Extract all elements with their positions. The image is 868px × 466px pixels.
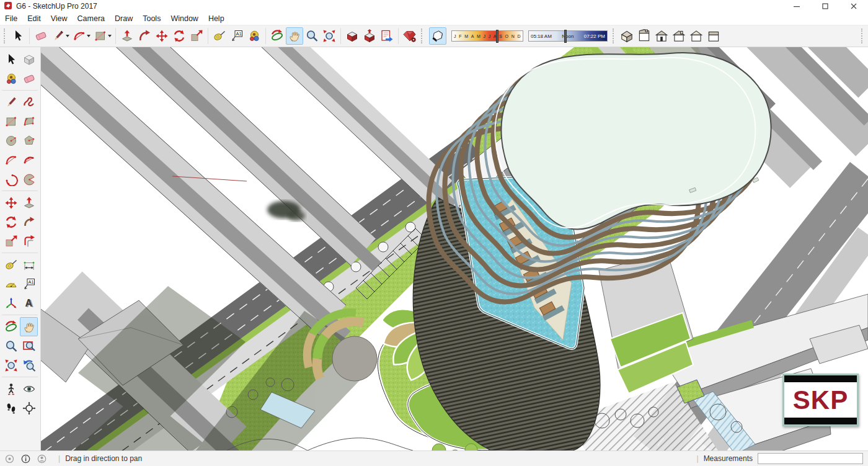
- sign-in-avatar-icon[interactable]: [37, 454, 46, 464]
- walk-tool-button[interactable]: [2, 398, 20, 418]
- eraser-tool-button[interactable]: [20, 69, 38, 88]
- shadows-toggle-button[interactable]: [429, 27, 446, 45]
- follow-me-tool-button[interactable]: [20, 212, 38, 231]
- menu-camera[interactable]: Camera: [73, 13, 110, 24]
- menu-tools[interactable]: Tools: [138, 13, 166, 24]
- measurements-input[interactable]: [758, 453, 863, 464]
- push-pull-tool-button[interactable]: [118, 27, 136, 45]
- menu-help[interactable]: Help: [203, 13, 229, 24]
- protractor-tool-button[interactable]: [2, 274, 20, 293]
- push-pull-tool-button[interactable]: [20, 193, 38, 212]
- view-right-button[interactable]: [670, 27, 688, 45]
- share-model-button[interactable]: [361, 27, 378, 45]
- shadow-time-slider[interactable]: 05:18 AM Noon 07:22 PM: [528, 30, 608, 42]
- shadow-time-labels: 05:18 AM Noon 07:22 PM: [529, 31, 607, 41]
- zoom-extents-tool-button[interactable]: [2, 356, 20, 375]
- look-around-eye-icon: [22, 382, 36, 396]
- shadow-date-slider[interactable]: JFMAMJJASOND: [451, 30, 523, 42]
- two-point-arc-icon: [22, 153, 36, 167]
- rotated-rectangle-tool-button[interactable]: [20, 112, 38, 131]
- send-to-layout-button[interactable]: [378, 27, 396, 45]
- move-tool-button[interactable]: [153, 27, 170, 45]
- paint-bucket-tool-button[interactable]: [2, 69, 20, 88]
- view-top-button[interactable]: [636, 27, 653, 45]
- text-tool-button[interactable]: A1: [20, 274, 38, 293]
- status-bar: | Drag in direction to pan | Measurement…: [0, 450, 868, 466]
- toolbar-grip[interactable]: [4, 29, 7, 43]
- pie-tool-button[interactable]: [20, 169, 38, 189]
- arc-dropdown-caret[interactable]: [87, 35, 91, 37]
- eraser-tool-button[interactable]: [32, 27, 50, 45]
- rectangle-tool-button[interactable]: [2, 112, 20, 131]
- offset-tool-button[interactable]: [20, 231, 38, 251]
- close-button[interactable]: [839, 0, 868, 12]
- line-dropdown-caret[interactable]: [66, 35, 69, 37]
- toolbar-grip[interactable]: [421, 29, 424, 43]
- axes-tool-button[interactable]: [2, 293, 20, 313]
- two-point-arc-tool-button[interactable]: [20, 150, 38, 169]
- shape-dropdown-caret[interactable]: [108, 35, 112, 37]
- circle-tool-button[interactable]: [2, 131, 20, 150]
- rotate-tool-button[interactable]: [170, 27, 188, 45]
- rectangle-icon: [4, 115, 18, 128]
- paint-bucket-tool-button[interactable]: [246, 27, 263, 45]
- select-tool-button[interactable]: [2, 50, 20, 69]
- maximize-button[interactable]: [811, 0, 839, 12]
- line-tool-button[interactable]: [2, 92, 20, 112]
- look-around-tool-button[interactable]: [20, 379, 38, 398]
- dimension-tool-button[interactable]: [20, 255, 38, 274]
- view-back-button[interactable]: [688, 27, 705, 45]
- 3d-text-tool-button[interactable]: AA: [20, 293, 38, 313]
- freehand-tool-button[interactable]: [20, 92, 38, 112]
- tape-measure-tool-button[interactable]: [2, 255, 20, 274]
- rectangle-tool-button[interactable]: [92, 27, 109, 45]
- three-point-arc-tool-button[interactable]: [2, 169, 20, 189]
- toolbar-grip[interactable]: [613, 29, 616, 43]
- menu-file[interactable]: File: [0, 13, 22, 24]
- view-left-button[interactable]: [705, 27, 722, 45]
- axes-icon: [4, 297, 18, 310]
- zoom-tool-button[interactable]: [2, 336, 20, 356]
- select-tool-button[interactable]: [9, 27, 27, 45]
- orbit-tool-button[interactable]: [2, 317, 20, 336]
- warehouse-cube-icon: [345, 29, 359, 43]
- menu-draw[interactable]: Draw: [110, 13, 138, 24]
- position-camera-tool-button[interactable]: [2, 379, 20, 398]
- polygon-tool-button[interactable]: [20, 131, 38, 150]
- push-pull-icon: [22, 196, 36, 210]
- time-slider-handle[interactable]: [564, 30, 567, 43]
- geolocation-icon[interactable]: [5, 454, 14, 464]
- red-gem-icon: [403, 29, 417, 43]
- line-tool-button[interactable]: [50, 27, 67, 45]
- viewport-canvas[interactable]: SKP: [41, 47, 868, 450]
- zoom-tool-button[interactable]: [303, 27, 321, 45]
- follow-me-tool-button[interactable]: [136, 27, 153, 45]
- arc-tool-button[interactable]: [71, 27, 88, 45]
- tape-measure-tool-button[interactable]: [211, 27, 228, 45]
- menu-edit[interactable]: Edit: [22, 13, 46, 24]
- view-iso-button[interactable]: [618, 27, 636, 45]
- menu-window[interactable]: Window: [166, 13, 203, 24]
- make-component-button[interactable]: [20, 50, 38, 69]
- date-slider-handle[interactable]: [496, 30, 498, 43]
- orbit-tool-button[interactable]: [268, 27, 286, 45]
- zoom-window-tool-button[interactable]: [20, 336, 38, 356]
- scale-tool-button[interactable]: [188, 27, 205, 45]
- text-tool-button[interactable]: A1: [228, 27, 246, 45]
- zoom-previous-tool-button[interactable]: [20, 356, 38, 375]
- view-front-button[interactable]: [653, 27, 670, 45]
- pan-tool-button[interactable]: [20, 317, 38, 336]
- section-plane-tool-button[interactable]: [20, 398, 38, 418]
- get-models-button[interactable]: [343, 27, 361, 45]
- menu-view[interactable]: View: [46, 13, 73, 24]
- scale-tool-button[interactable]: [2, 231, 20, 251]
- zoom-extents-tool-button[interactable]: [321, 27, 338, 45]
- credits-info-icon[interactable]: [21, 454, 30, 464]
- extension-warehouse-button[interactable]: [401, 27, 418, 45]
- toolbar-grip[interactable]: [861, 29, 864, 43]
- arc-tool-button[interactable]: [2, 150, 20, 169]
- pan-tool-button[interactable]: [286, 27, 303, 45]
- move-tool-button[interactable]: [2, 193, 20, 212]
- rotate-tool-button[interactable]: [2, 212, 20, 231]
- minimize-button[interactable]: [782, 0, 811, 12]
